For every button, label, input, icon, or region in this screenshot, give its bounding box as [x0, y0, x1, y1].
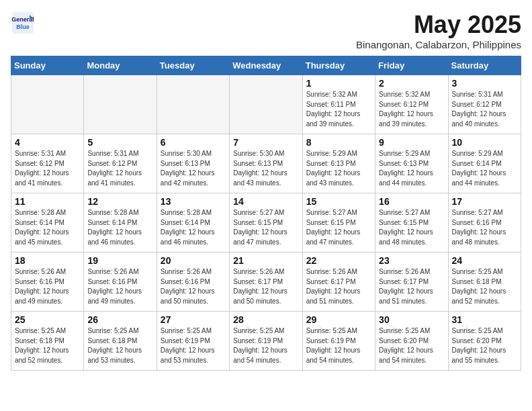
- calendar-cell: 8Sunrise: 5:29 AM Sunset: 6:13 PM Daylig…: [302, 134, 375, 193]
- calendar-cell: 28Sunrise: 5:25 AM Sunset: 6:19 PM Dayli…: [230, 312, 302, 371]
- day-number: 15: [306, 196, 371, 207]
- weekday-header-monday: Monday: [84, 56, 157, 75]
- month-title: May 2025: [356, 11, 521, 39]
- day-number: 25: [15, 314, 80, 325]
- calendar-cell: 17Sunrise: 5:27 AM Sunset: 6:16 PM Dayli…: [448, 193, 521, 253]
- calendar-cell: 27Sunrise: 5:25 AM Sunset: 6:19 PM Dayli…: [157, 312, 229, 371]
- day-info: Sunrise: 5:28 AM Sunset: 6:14 PM Dayligh…: [15, 208, 80, 247]
- calendar-cell: 11Sunrise: 5:28 AM Sunset: 6:14 PM Dayli…: [11, 193, 84, 253]
- day-info: Sunrise: 5:32 AM Sunset: 6:11 PM Dayligh…: [306, 90, 371, 129]
- calendar-cell: 1Sunrise: 5:32 AM Sunset: 6:11 PM Daylig…: [302, 75, 375, 134]
- day-info: Sunrise: 5:25 AM Sunset: 6:18 PM Dayligh…: [452, 267, 517, 306]
- day-number: 5: [87, 137, 152, 148]
- day-number: 26: [87, 314, 152, 325]
- page-header: General Blue May 2025 Binangonan, Calaba…: [11, 11, 521, 50]
- day-number: 11: [15, 196, 80, 207]
- calendar-cell: 12Sunrise: 5:28 AM Sunset: 6:14 PM Dayli…: [84, 193, 157, 253]
- weekday-header-sunday: Sunday: [11, 56, 84, 75]
- calendar-cell: [230, 75, 302, 134]
- day-number: 19: [87, 255, 152, 266]
- day-number: 21: [233, 255, 298, 266]
- day-info: Sunrise: 5:27 AM Sunset: 6:15 PM Dayligh…: [233, 208, 298, 247]
- day-info: Sunrise: 5:29 AM Sunset: 6:13 PM Dayligh…: [306, 149, 371, 188]
- week-row-2: 4Sunrise: 5:31 AM Sunset: 6:12 PM Daylig…: [11, 134, 521, 193]
- day-info: Sunrise: 5:25 AM Sunset: 6:20 PM Dayligh…: [379, 326, 444, 365]
- day-info: Sunrise: 5:27 AM Sunset: 6:16 PM Dayligh…: [452, 208, 517, 247]
- week-row-1: 1Sunrise: 5:32 AM Sunset: 6:11 PM Daylig…: [11, 75, 521, 134]
- day-number: 31: [452, 314, 517, 325]
- weekday-header-saturday: Saturday: [448, 56, 521, 75]
- day-info: Sunrise: 5:26 AM Sunset: 6:16 PM Dayligh…: [15, 267, 80, 306]
- location-title: Binangonan, Calabarzon, Philippines: [356, 39, 521, 50]
- day-info: Sunrise: 5:25 AM Sunset: 6:19 PM Dayligh…: [233, 326, 298, 365]
- weekday-header-row: SundayMondayTuesdayWednesdayThursdayFrid…: [11, 56, 521, 75]
- day-number: 20: [161, 255, 226, 266]
- day-info: Sunrise: 5:26 AM Sunset: 6:16 PM Dayligh…: [161, 267, 226, 306]
- day-number: 23: [379, 255, 444, 266]
- calendar-cell: 6Sunrise: 5:30 AM Sunset: 6:13 PM Daylig…: [157, 134, 229, 193]
- day-info: Sunrise: 5:29 AM Sunset: 6:13 PM Dayligh…: [379, 149, 444, 188]
- calendar-cell: [84, 75, 157, 134]
- day-number: 18: [15, 255, 80, 266]
- day-number: 22: [306, 255, 371, 266]
- day-number: 17: [452, 196, 517, 207]
- day-info: Sunrise: 5:25 AM Sunset: 6:18 PM Dayligh…: [87, 326, 152, 365]
- day-number: 7: [233, 137, 298, 148]
- weekday-header-thursday: Thursday: [302, 56, 375, 75]
- day-number: 16: [379, 196, 444, 207]
- day-info: Sunrise: 5:31 AM Sunset: 6:12 PM Dayligh…: [452, 90, 517, 129]
- calendar-cell: 3Sunrise: 5:31 AM Sunset: 6:12 PM Daylig…: [448, 75, 521, 134]
- title-area: May 2025 Binangonan, Calabarzon, Philipp…: [356, 11, 521, 50]
- day-number: 29: [306, 314, 371, 325]
- day-info: Sunrise: 5:30 AM Sunset: 6:13 PM Dayligh…: [233, 149, 298, 188]
- day-number: 13: [161, 196, 226, 207]
- weekday-header-friday: Friday: [375, 56, 448, 75]
- calendar-cell: [11, 75, 84, 134]
- svg-text:Blue: Blue: [16, 24, 30, 30]
- day-info: Sunrise: 5:26 AM Sunset: 6:17 PM Dayligh…: [233, 267, 298, 306]
- week-row-3: 11Sunrise: 5:28 AM Sunset: 6:14 PM Dayli…: [11, 193, 521, 253]
- day-number: 14: [233, 196, 298, 207]
- calendar-cell: 24Sunrise: 5:25 AM Sunset: 6:18 PM Dayli…: [448, 253, 521, 312]
- day-info: Sunrise: 5:26 AM Sunset: 6:16 PM Dayligh…: [87, 267, 152, 306]
- calendar-table: SundayMondayTuesdayWednesdayThursdayFrid…: [11, 56, 521, 371]
- calendar-cell: 15Sunrise: 5:27 AM Sunset: 6:15 PM Dayli…: [302, 193, 375, 253]
- calendar-cell: 7Sunrise: 5:30 AM Sunset: 6:13 PM Daylig…: [230, 134, 302, 193]
- calendar-cell: [157, 75, 229, 134]
- week-row-5: 25Sunrise: 5:25 AM Sunset: 6:18 PM Dayli…: [11, 312, 521, 371]
- logo: General Blue: [11, 11, 35, 38]
- day-info: Sunrise: 5:26 AM Sunset: 6:17 PM Dayligh…: [306, 267, 371, 306]
- day-info: Sunrise: 5:27 AM Sunset: 6:15 PM Dayligh…: [379, 208, 444, 247]
- day-number: 27: [161, 314, 226, 325]
- day-number: 8: [306, 137, 371, 148]
- calendar-cell: 14Sunrise: 5:27 AM Sunset: 6:15 PM Dayli…: [230, 193, 302, 253]
- day-number: 24: [452, 255, 517, 266]
- day-number: 3: [452, 78, 517, 89]
- calendar-cell: 30Sunrise: 5:25 AM Sunset: 6:20 PM Dayli…: [375, 312, 448, 371]
- day-number: 9: [379, 137, 444, 148]
- calendar-cell: 29Sunrise: 5:25 AM Sunset: 6:19 PM Dayli…: [302, 312, 375, 371]
- calendar-cell: 4Sunrise: 5:31 AM Sunset: 6:12 PM Daylig…: [11, 134, 84, 193]
- weekday-header-tuesday: Tuesday: [157, 56, 229, 75]
- week-row-4: 18Sunrise: 5:26 AM Sunset: 6:16 PM Dayli…: [11, 253, 521, 312]
- day-number: 2: [379, 78, 444, 89]
- day-info: Sunrise: 5:30 AM Sunset: 6:13 PM Dayligh…: [161, 149, 226, 188]
- day-info: Sunrise: 5:29 AM Sunset: 6:14 PM Dayligh…: [452, 149, 517, 188]
- day-info: Sunrise: 5:26 AM Sunset: 6:17 PM Dayligh…: [379, 267, 444, 306]
- day-number: 10: [452, 137, 517, 148]
- day-info: Sunrise: 5:25 AM Sunset: 6:19 PM Dayligh…: [161, 326, 226, 365]
- calendar-cell: 25Sunrise: 5:25 AM Sunset: 6:18 PM Dayli…: [11, 312, 84, 371]
- calendar-cell: 23Sunrise: 5:26 AM Sunset: 6:17 PM Dayli…: [375, 253, 448, 312]
- calendar-cell: 20Sunrise: 5:26 AM Sunset: 6:16 PM Dayli…: [157, 253, 229, 312]
- calendar-cell: 9Sunrise: 5:29 AM Sunset: 6:13 PM Daylig…: [375, 134, 448, 193]
- day-info: Sunrise: 5:25 AM Sunset: 6:18 PM Dayligh…: [15, 326, 80, 365]
- day-info: Sunrise: 5:25 AM Sunset: 6:20 PM Dayligh…: [452, 326, 517, 365]
- calendar-cell: 18Sunrise: 5:26 AM Sunset: 6:16 PM Dayli…: [11, 253, 84, 312]
- calendar-cell: 21Sunrise: 5:26 AM Sunset: 6:17 PM Dayli…: [230, 253, 302, 312]
- logo-icon: General Blue: [11, 11, 35, 35]
- calendar-cell: 31Sunrise: 5:25 AM Sunset: 6:20 PM Dayli…: [448, 312, 521, 371]
- calendar-cell: 26Sunrise: 5:25 AM Sunset: 6:18 PM Dayli…: [84, 312, 157, 371]
- day-number: 28: [233, 314, 298, 325]
- weekday-header-wednesday: Wednesday: [230, 56, 302, 75]
- calendar-cell: 10Sunrise: 5:29 AM Sunset: 6:14 PM Dayli…: [448, 134, 521, 193]
